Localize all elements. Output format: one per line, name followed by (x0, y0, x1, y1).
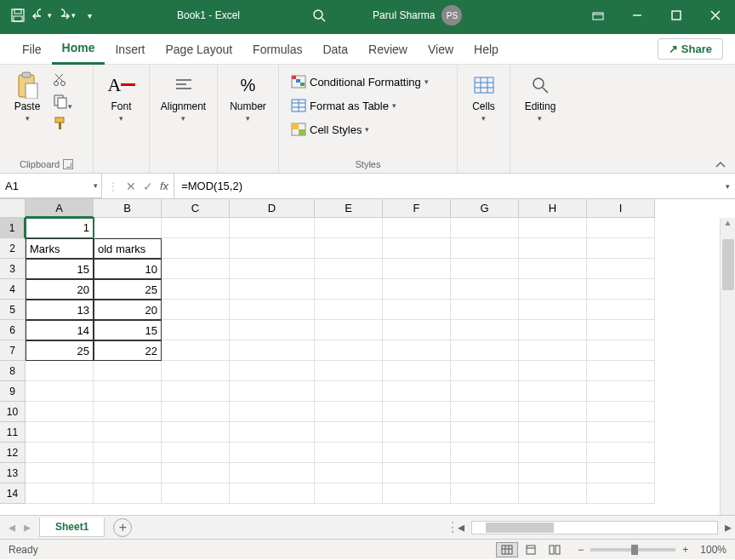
cell[interactable] (383, 238, 451, 259)
sheet-nav-prev[interactable]: ◂ (9, 519, 15, 535)
horizontal-scrollbar[interactable] (471, 521, 718, 534)
zoom-out-button[interactable]: − (578, 544, 584, 556)
cell[interactable] (519, 483, 587, 504)
cell[interactable] (230, 402, 315, 422)
cell[interactable] (315, 422, 383, 443)
cell[interactable] (383, 361, 451, 381)
sheet-nav-next[interactable]: ▸ (24, 519, 31, 535)
cancel-formula-button[interactable]: ✕ (126, 180, 136, 193)
format-as-table-button[interactable]: Format as Table▾ (288, 97, 432, 114)
cell[interactable] (94, 381, 162, 402)
share-button[interactable]: ↗Share (658, 38, 723, 60)
cell[interactable] (26, 422, 94, 443)
save-button[interactable] (7, 4, 29, 26)
cell[interactable] (94, 463, 162, 483)
cell[interactable] (162, 381, 230, 402)
cell[interactable] (587, 340, 655, 361)
cell[interactable] (587, 279, 655, 300)
normal-view-button[interactable] (496, 542, 518, 557)
search-button[interactable] (308, 4, 330, 26)
cell[interactable] (94, 443, 162, 463)
cell[interactable] (383, 483, 451, 504)
cell[interactable] (587, 483, 655, 504)
cell[interactable] (587, 402, 655, 422)
column-header[interactable]: H (519, 199, 587, 218)
paste-button[interactable]: Paste ▾ (7, 68, 48, 126)
cut-button[interactable] (53, 71, 72, 90)
format-painter-button[interactable] (53, 116, 72, 134)
cell[interactable] (230, 483, 315, 504)
tab-review[interactable]: Review (358, 34, 418, 65)
column-header[interactable]: I (587, 199, 655, 218)
number-group-button[interactable]: % Number ▾ (223, 68, 273, 126)
cell[interactable] (383, 422, 451, 443)
cell[interactable]: 25 (26, 340, 94, 361)
row-header[interactable]: 11 (0, 422, 26, 443)
clipboard-dialog-launcher[interactable] (63, 159, 73, 169)
cell[interactable] (315, 320, 383, 340)
row-header[interactable]: 5 (0, 300, 26, 320)
namebox-dropdown[interactable]: ▾ (94, 181, 98, 190)
cell[interactable] (26, 483, 94, 504)
column-header[interactable]: B (94, 199, 162, 218)
cell[interactable] (315, 218, 383, 238)
cell[interactable] (383, 340, 451, 361)
close-button[interactable] (696, 0, 735, 31)
cell[interactable]: 22 (94, 340, 162, 361)
cell[interactable] (162, 402, 230, 422)
cell[interactable] (230, 320, 315, 340)
cell[interactable] (230, 218, 315, 238)
redo-button[interactable]: ▾ (54, 4, 77, 26)
row-header[interactable]: 1 (0, 218, 26, 238)
cell[interactable] (519, 320, 587, 340)
vertical-scrollbar[interactable]: ▲ (720, 218, 735, 515)
editing-group-button[interactable]: Editing ▾ (518, 68, 563, 126)
cell[interactable] (230, 238, 315, 259)
cell[interactable] (94, 218, 162, 238)
cell[interactable] (587, 218, 655, 238)
cell[interactable] (315, 300, 383, 320)
cell[interactable] (26, 463, 94, 483)
formula-expand-button[interactable]: ▾ (726, 182, 730, 191)
formula-expand[interactable]: ⋮ (107, 180, 119, 193)
row-header[interactable]: 4 (0, 279, 26, 300)
cell[interactable] (162, 218, 230, 238)
cell[interactable] (162, 463, 230, 483)
cell[interactable] (519, 381, 587, 402)
cell[interactable] (94, 483, 162, 504)
row-header[interactable]: 8 (0, 361, 26, 381)
cell[interactable] (519, 238, 587, 259)
cell[interactable] (230, 300, 315, 320)
cell[interactable]: 13 (26, 300, 94, 320)
cell[interactable] (383, 218, 451, 238)
zoom-slider[interactable] (590, 548, 675, 551)
copy-button[interactable]: ▾ (53, 94, 72, 112)
alignment-group-button[interactable]: Alignment ▾ (154, 68, 213, 126)
cell[interactable]: 25 (94, 279, 162, 300)
cell[interactable] (162, 259, 230, 279)
row-header[interactable]: 2 (0, 238, 26, 259)
cell[interactable] (94, 422, 162, 443)
cell[interactable] (451, 463, 519, 483)
cell[interactable] (519, 443, 587, 463)
cell[interactable]: 20 (94, 300, 162, 320)
conditional-formatting-button[interactable]: Conditional Formatting▾ (288, 73, 432, 90)
cell[interactable] (162, 320, 230, 340)
cell[interactable] (519, 422, 587, 443)
cell[interactable]: 15 (94, 320, 162, 340)
cell[interactable] (315, 381, 383, 402)
cell[interactable] (587, 463, 655, 483)
cell[interactable] (315, 483, 383, 504)
tab-file[interactable]: File (12, 34, 52, 65)
cell[interactable] (162, 361, 230, 381)
row-header[interactable]: 13 (0, 463, 26, 483)
sheet-tab[interactable]: Sheet1 (39, 517, 105, 537)
cell[interactable] (519, 340, 587, 361)
add-sheet-button[interactable]: + (113, 518, 132, 537)
zoom-level[interactable]: 100% (700, 544, 726, 556)
cell[interactable] (230, 340, 315, 361)
minimize-button[interactable] (618, 0, 657, 31)
row-header[interactable]: 9 (0, 381, 26, 402)
cell[interactable] (162, 443, 230, 463)
cell[interactable] (587, 422, 655, 443)
